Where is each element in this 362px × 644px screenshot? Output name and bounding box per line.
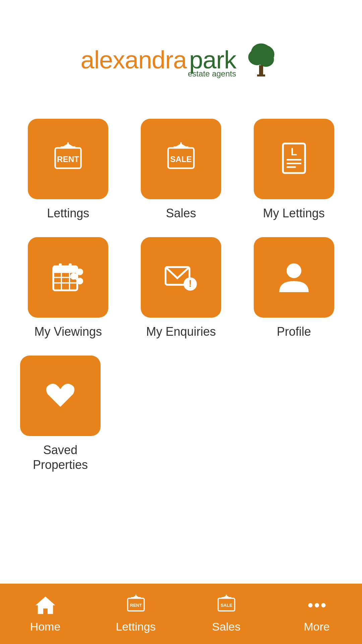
nav-sales-label: Sales <box>212 620 240 633</box>
rent-sign-icon: RENT <box>50 141 86 177</box>
svg-marker-56 <box>222 595 231 598</box>
nav-more-label: More <box>304 620 329 633</box>
svg-point-33 <box>77 269 83 275</box>
heart-icon <box>42 377 79 414</box>
logo-park: park <box>189 48 236 72</box>
logo: alexandra park estate agents <box>81 40 282 85</box>
svg-text:RENT: RENT <box>57 155 79 164</box>
sales-icon-box: SALE <box>141 119 221 199</box>
svg-point-59 <box>321 603 325 607</box>
nav-item-more[interactable]: More <box>272 594 362 633</box>
nav-item-home[interactable]: Home <box>0 594 90 633</box>
svg-rect-26 <box>53 266 77 273</box>
grid-item-sales[interactable]: SALE Sales <box>133 119 229 220</box>
sale-nav-icon: SALE <box>216 594 237 616</box>
nav-item-sales[interactable]: SALE Sales <box>181 594 272 633</box>
more-dots-nav-icon <box>306 594 328 616</box>
rent-nav-icon: RENT <box>125 594 147 616</box>
svg-point-34 <box>77 278 83 284</box>
my-viewings-label: My Viewings <box>35 324 102 339</box>
saved-properties-label: SavedProperties <box>33 443 88 472</box>
svg-rect-5 <box>257 74 265 76</box>
nav-home-label: Home <box>30 620 61 633</box>
svg-text:SALE: SALE <box>170 155 192 164</box>
logo-alexandra: alexandra <box>81 48 187 72</box>
my-enquiries-icon-box: ! <box>141 237 221 318</box>
header: alexandra park estate agents <box>0 0 362 112</box>
svg-point-3 <box>251 44 271 61</box>
grid-item-lettings[interactable]: RENT Lettings <box>20 119 116 220</box>
svg-text:RENT: RENT <box>130 603 141 608</box>
lettings-label: Lettings <box>47 206 89 220</box>
bottom-nav: Home RENT Lettings SALE Sales <box>0 584 362 644</box>
grid-item-my-lettings[interactable]: L My Lettings <box>246 119 342 220</box>
profile-icon-box <box>254 237 334 318</box>
my-viewings-icon-box <box>28 237 108 318</box>
grid-item-my-enquiries[interactable]: ! My Enquiries <box>133 237 229 339</box>
logo-tree-icon <box>241 40 281 82</box>
grid-item-my-viewings[interactable]: My Viewings <box>20 237 116 339</box>
svg-point-58 <box>315 603 319 607</box>
saved-row: SavedProperties <box>20 356 342 472</box>
my-lettings-label: My Lettings <box>263 206 325 220</box>
svg-point-41 <box>287 263 301 278</box>
calendar-share-icon <box>50 259 86 296</box>
home-nav-icon <box>35 594 56 616</box>
logo-subtitle: estate agents <box>81 70 236 78</box>
svg-text:!: ! <box>189 278 192 289</box>
logo-text: alexandra park estate agents <box>81 48 236 78</box>
svg-marker-42 <box>36 597 55 614</box>
grid-item-saved-properties[interactable]: SavedProperties <box>20 356 101 472</box>
person-icon <box>276 259 312 296</box>
nav-item-lettings[interactable]: RENT Lettings <box>90 594 181 633</box>
document-icon: L <box>276 141 312 177</box>
svg-marker-12 <box>61 144 75 148</box>
nav-lettings-label: Lettings <box>116 620 156 633</box>
svg-point-57 <box>308 603 312 607</box>
svg-rect-27 <box>59 263 62 269</box>
svg-marker-19 <box>174 144 188 148</box>
saved-properties-icon-box <box>20 356 101 436</box>
my-lettings-icon-box: L <box>254 119 334 199</box>
grid-item-profile[interactable]: Profile <box>246 237 342 339</box>
profile-label: Profile <box>277 324 311 339</box>
svg-text:L: L <box>291 146 297 158</box>
svg-rect-28 <box>69 263 72 269</box>
svg-marker-49 <box>131 595 141 598</box>
svg-text:SALE: SALE <box>221 603 232 608</box>
sales-label: Sales <box>166 206 196 220</box>
my-enquiries-label: My Enquiries <box>146 324 216 339</box>
main-grid: RENT Lettings SALE Sales <box>20 119 342 339</box>
lettings-icon-box: RENT <box>28 119 108 199</box>
mail-alert-icon: ! <box>163 259 199 296</box>
main-content: RENT Lettings SALE Sales <box>0 112 362 472</box>
sale-sign-icon: SALE <box>163 141 199 177</box>
